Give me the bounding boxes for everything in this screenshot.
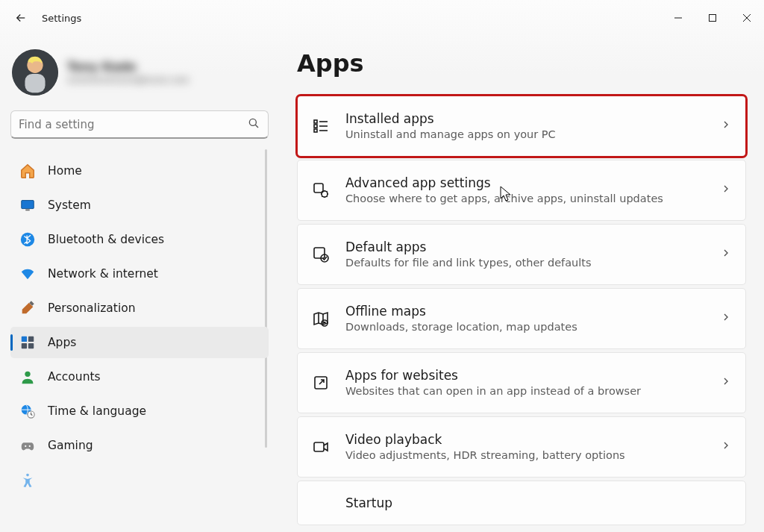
svg-rect-28 xyxy=(314,129,317,132)
window-title: Settings xyxy=(42,13,81,24)
svg-point-18 xyxy=(25,372,30,377)
svg-rect-14 xyxy=(22,337,27,342)
svg-rect-36 xyxy=(314,442,324,451)
chevron-right-icon xyxy=(720,439,732,454)
sidebar-item-label: Accounts xyxy=(48,370,101,384)
sidebar-item-more[interactable] xyxy=(10,464,269,495)
svg-rect-6 xyxy=(25,74,45,93)
chevron-right-icon xyxy=(720,375,732,390)
card-list: Installed apps Uninstall and manage apps… xyxy=(297,96,746,525)
avatar xyxy=(12,49,58,96)
profile-name: Tony Kade xyxy=(67,60,189,74)
minimize-button[interactable] xyxy=(661,6,695,30)
card-offline-maps[interactable]: Offline maps Downloads, storage location… xyxy=(297,288,746,349)
globe-clock-icon xyxy=(19,403,36,419)
sidebar-item-system[interactable]: System xyxy=(10,190,269,221)
card-desc: Uninstall and manage apps on your PC xyxy=(345,128,705,143)
sidebar-item-label: Personalization xyxy=(48,301,136,315)
bluetooth-icon xyxy=(19,231,36,248)
nav-list: Home System Bluetooth & devices Network … xyxy=(10,155,269,495)
card-title: Video playback xyxy=(345,431,705,448)
svg-rect-26 xyxy=(314,125,317,128)
main-content: Apps Installed apps Uninstall and manage… xyxy=(276,36,764,532)
sidebar-item-time[interactable]: Time & language xyxy=(10,395,269,427)
sidebar-item-label: Home xyxy=(48,164,82,178)
brush-icon xyxy=(19,300,36,316)
card-title: Offline maps xyxy=(345,303,705,320)
search-input[interactable] xyxy=(19,118,247,131)
video-icon xyxy=(311,437,331,457)
page-title: Apps xyxy=(297,49,746,78)
sidebar: Tony Kade xxxxxxxxxxxx@xxxx.xxx Home xyxy=(0,36,276,532)
startup-icon xyxy=(311,493,331,513)
svg-rect-9 xyxy=(22,201,34,209)
sidebar-item-label: Apps xyxy=(48,336,76,349)
back-button[interactable] xyxy=(6,3,36,33)
chevron-right-icon xyxy=(720,183,732,198)
titlebar: Settings xyxy=(0,0,764,36)
card-default-apps[interactable]: Default apps Defaults for file and link … xyxy=(297,224,746,285)
sidebar-item-bluetooth[interactable]: Bluetooth & devices xyxy=(10,224,269,255)
card-desc: Defaults for file and link types, other … xyxy=(345,256,705,271)
app-gear-icon xyxy=(311,181,331,200)
sidebar-item-home[interactable]: Home xyxy=(10,155,269,187)
svg-rect-32 xyxy=(314,248,325,258)
profile-email: xxxxxxxxxxxx@xxxx.xxx xyxy=(67,74,189,85)
accessibility-icon xyxy=(19,472,36,488)
sidebar-item-label: Time & language xyxy=(48,404,146,418)
gamepad-icon xyxy=(19,437,36,454)
system-icon xyxy=(19,197,36,213)
chevron-right-icon xyxy=(720,311,732,326)
card-startup[interactable]: Startup xyxy=(297,481,746,525)
sidebar-item-network[interactable]: Network & internet xyxy=(10,258,269,290)
svg-rect-17 xyxy=(28,343,34,348)
sidebar-item-label: System xyxy=(48,198,91,212)
open-external-icon xyxy=(311,373,331,392)
card-title: Startup xyxy=(345,495,732,512)
card-title: Installed apps xyxy=(345,110,705,128)
card-title: Default apps xyxy=(345,239,705,256)
profile-text: Tony Kade xxxxxxxxxxxx@xxxx.xxx xyxy=(67,60,189,85)
sidebar-item-apps[interactable]: Apps xyxy=(10,327,269,358)
profile-block[interactable]: Tony Kade xxxxxxxxxxxx@xxxx.xxx xyxy=(10,48,269,103)
person-icon xyxy=(19,369,36,385)
sidebar-item-label: Network & internet xyxy=(48,267,158,281)
sidebar-item-label: Gaming xyxy=(48,439,93,452)
svg-rect-1 xyxy=(710,15,716,22)
card-video-playback[interactable]: Video playback Video adjustments, HDR st… xyxy=(297,416,746,478)
window-controls xyxy=(661,6,764,30)
card-apps-for-websites[interactable]: Apps for websites Websites that can open… xyxy=(297,352,746,413)
search-icon[interactable] xyxy=(247,116,260,133)
sidebar-item-accounts[interactable]: Accounts xyxy=(10,361,269,392)
svg-rect-24 xyxy=(314,120,317,123)
maximize-icon xyxy=(708,13,717,22)
card-title: Advanced app settings xyxy=(345,175,705,192)
svg-rect-11 xyxy=(25,210,30,211)
card-desc: Downloads, storage location, map updates xyxy=(345,320,705,335)
maximize-button[interactable] xyxy=(695,6,730,30)
card-desc: Websites that can open in an app instead… xyxy=(345,384,705,399)
list-icon xyxy=(311,116,331,136)
chevron-right-icon xyxy=(720,247,732,262)
minimize-icon xyxy=(674,13,683,22)
close-icon xyxy=(742,13,751,22)
sidebar-item-gaming[interactable]: Gaming xyxy=(10,430,269,461)
card-installed-apps[interactable]: Installed apps Uninstall and manage apps… xyxy=(297,96,746,157)
card-desc: Video adjustments, HDR streaming, batter… xyxy=(345,448,705,463)
svg-point-23 xyxy=(26,474,29,477)
card-advanced-app-settings[interactable]: Advanced app settings Choose where to ge… xyxy=(297,160,746,221)
svg-rect-30 xyxy=(314,184,323,193)
search-box[interactable] xyxy=(10,110,269,139)
svg-point-7 xyxy=(249,119,256,125)
sidebar-item-personalization[interactable]: Personalization xyxy=(10,292,269,324)
chevron-right-icon xyxy=(720,119,732,134)
arrow-left-icon xyxy=(14,11,28,25)
home-icon xyxy=(19,163,36,179)
card-desc: Choose where to get apps, archive apps, … xyxy=(345,192,705,207)
sidebar-item-label: Bluetooth & devices xyxy=(48,233,164,246)
svg-point-31 xyxy=(322,191,328,197)
card-title: Apps for websites xyxy=(345,367,705,384)
svg-rect-16 xyxy=(22,343,27,348)
svg-rect-15 xyxy=(28,337,34,342)
close-button[interactable] xyxy=(730,6,764,30)
